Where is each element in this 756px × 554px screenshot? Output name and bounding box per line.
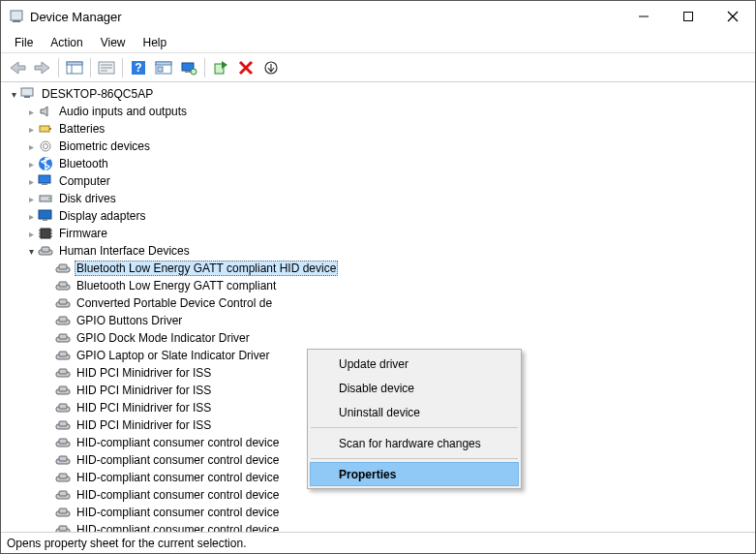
titlebar: Device Manager [1,1,755,32]
expand-arrow[interactable] [24,159,38,169]
disk-icon [38,191,53,206]
device-tree-container: DESKTOP-86QC5APAudio inputs and outputsB… [1,82,755,532]
tree-label: Computer [57,174,112,188]
tree-label: Batteries [57,122,106,136]
tree-label: HID-compliant consumer control device [75,453,281,467]
menu-action[interactable]: Action [43,34,90,51]
svg-rect-19 [185,71,191,73]
tree-label: HID-compliant consumer control device [75,436,281,449]
help-topics-button[interactable] [94,55,119,80]
svg-rect-8 [67,62,82,65]
menu-scan-hardware[interactable]: Scan for hardware changes [310,431,519,455]
tree-label: Biometric devices [57,139,152,153]
device-node[interactable]: Converted Portable Device Control de [3,294,755,312]
update-driver-button[interactable] [208,55,233,80]
menu-update-driver[interactable]: Update driver [310,352,519,376]
expand-arrow[interactable] [24,229,38,239]
svg-rect-72 [59,474,67,478]
menu-file[interactable]: File [7,34,41,51]
svg-rect-70 [59,456,67,461]
menu-disable-device[interactable]: Disable device [310,376,519,400]
disable-device-button[interactable] [258,55,284,80]
hid-icon [55,261,71,276]
close-button[interactable] [711,1,755,32]
device-node[interactable]: GPIO Buttons Driver [3,312,755,329]
svg-point-20 [191,69,197,75]
svg-rect-76 [59,508,67,513]
device-node[interactable]: HID-compliant consumer control device [3,521,755,532]
statusbar: Opens property sheet for the current sel… [1,532,755,553]
device-node[interactable]: GPIO Dock Mode Indicator Driver [3,329,755,347]
toolbar: ? [1,53,755,82]
root-node[interactable]: DESKTOP-86QC5AP [3,85,755,103]
category-node[interactable]: Display adapters [3,207,755,225]
svg-rect-0 [11,11,22,20]
expand-arrow[interactable] [24,211,38,222]
back-button[interactable] [5,55,30,80]
device-manager-icon [9,9,24,24]
maximize-button[interactable] [666,1,711,32]
scan-hardware-button[interactable] [176,55,201,80]
category-node[interactable]: Bluetooth [3,155,755,172]
svg-rect-28 [49,128,51,130]
status-text: Opens property sheet for the current sel… [7,537,246,550]
hid-icon [55,435,71,450]
svg-point-29 [41,141,50,151]
category-node[interactable]: Disk drives [3,190,755,207]
category-node[interactable]: Audio inputs and outputs [3,103,755,120]
tree-label: GPIO Buttons Driver [75,314,184,327]
hid-icon [55,505,71,520]
hid-icon [55,348,71,363]
hid-icon [55,522,71,532]
svg-rect-38 [41,229,50,238]
svg-text:?: ? [135,61,141,75]
expand-arrow[interactable] [24,141,38,152]
category-node[interactable]: Biometric devices [3,138,755,155]
tree-label: HID-compliant consumer control device [75,523,281,532]
expand-arrow[interactable] [24,194,38,204]
svg-rect-56 [59,334,67,339]
svg-rect-32 [39,175,50,183]
category-node[interactable]: Batteries [3,120,755,138]
svg-rect-46 [42,247,49,252]
device-manager-window: Device Manager File Action View Help ? D… [0,0,756,554]
device-node[interactable]: HID-compliant consumer control device [3,504,755,521]
hid-icon [55,400,71,416]
category-node[interactable]: Computer [3,172,755,190]
category-node[interactable]: Firmware [3,225,755,242]
expand-arrow[interactable] [24,107,38,117]
show-hide-tree-button[interactable] [62,55,87,80]
svg-rect-25 [21,88,33,96]
svg-rect-68 [59,439,67,444]
menu-separator [311,427,518,428]
toolbar-separator [204,58,205,77]
hid-icon [55,365,71,381]
expand-arrow[interactable] [24,176,38,187]
properties-button[interactable] [151,55,176,80]
svg-rect-52 [59,299,67,304]
svg-rect-62 [59,386,67,391]
uninstall-device-button[interactable] [233,55,258,80]
help-button[interactable]: ? [126,55,151,80]
expand-arrow[interactable] [24,246,38,257]
svg-rect-58 [59,352,67,356]
context-menu: Update driver Disable device Uninstall d… [307,349,522,489]
menu-view[interactable]: View [93,34,134,51]
expand-arrow[interactable] [7,89,20,100]
tree-label: HID PCI Minidriver for ISS [75,366,213,380]
menubar: File Action View Help [1,32,755,53]
menu-properties[interactable]: Properties [310,462,519,486]
menu-help[interactable]: Help [136,34,175,51]
device-node[interactable]: Bluetooth Low Energy GATT compliant HID … [3,260,755,277]
tree-label: Disk drives [57,192,118,205]
forward-button[interactable] [30,55,55,80]
category-hid[interactable]: Human Interface Devices [3,242,755,260]
expand-arrow[interactable] [24,124,38,135]
device-node[interactable]: Bluetooth Low Energy GATT compliant [3,277,755,294]
tree-label: Firmware [57,227,109,240]
minimize-button[interactable] [621,1,666,32]
tree-label: Converted Portable Device Control de [75,296,274,310]
audio-icon [38,104,53,119]
menu-uninstall-device[interactable]: Uninstall device [310,400,519,424]
svg-rect-48 [59,264,67,269]
